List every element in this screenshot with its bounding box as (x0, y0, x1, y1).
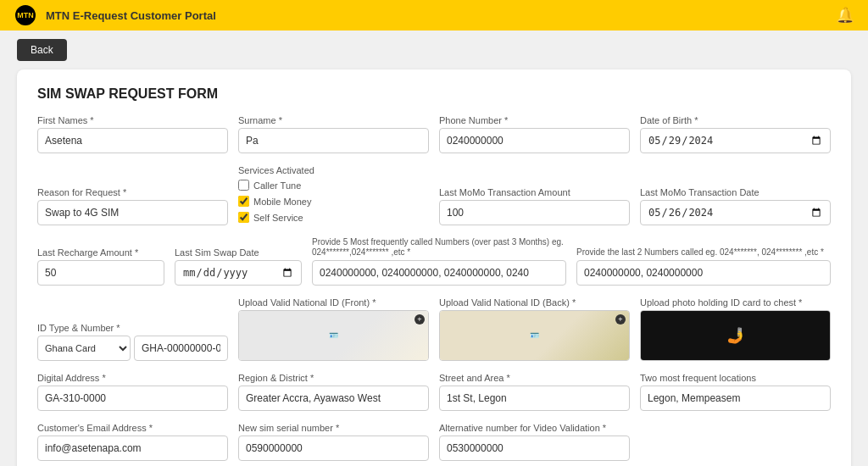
upload-back-dot (615, 314, 626, 325)
services-group: Services Activated Caller Tune Mobile Mo… (238, 165, 429, 225)
mobile-money-checkbox[interactable] (238, 196, 249, 207)
holding-icon: 🤳 (726, 326, 745, 345)
dob-label: Date of Birth * (640, 115, 831, 125)
last-2-numbers-input[interactable] (576, 260, 831, 286)
locations-input[interactable] (640, 386, 831, 411)
surname-group: Surname * (238, 115, 429, 153)
caller-tune-item[interactable]: Caller Tune (238, 180, 429, 191)
row-id: ID Type & Number * Ghana Card Passport V… (37, 297, 831, 361)
momo-amount-input[interactable] (439, 200, 630, 225)
upload-holding-group: Upload photo holding ID card to chest * … (640, 297, 831, 361)
phone-input[interactable] (439, 128, 630, 153)
digital-address-input[interactable] (37, 386, 228, 411)
reason-label: Reason for Request * (37, 187, 228, 197)
surname-input[interactable] (238, 128, 429, 153)
id-type-select[interactable]: Ghana Card Passport Voter ID (37, 336, 131, 361)
id-front-icon: 🪪 (329, 331, 338, 340)
row-recharge: Last Recharge Amount * Last Sim Swap Dat… (37, 237, 831, 286)
nav-brand: MTN MTN E-Request Customer Portal (14, 3, 216, 27)
region-group: Region & District * (238, 373, 429, 411)
form-card: SIM SWAP REQUEST FORM First Names * Surn… (17, 69, 851, 466)
id-type-group: ID Type & Number * Ghana Card Passport V… (37, 323, 228, 361)
locations-group: Two most frequent locations (640, 373, 831, 411)
reason-input[interactable] (37, 200, 228, 225)
locations-label: Two most frequent locations (640, 373, 831, 383)
first-names-label: First Names * (37, 115, 228, 125)
surname-label: Surname * (238, 115, 429, 125)
upload-back-box[interactable]: 🪪 (439, 310, 630, 361)
recharge-group: Last Recharge Amount * (37, 247, 164, 286)
reason-group: Reason for Request * (37, 187, 228, 225)
email-group: Customer's Email Address * (37, 423, 228, 461)
momo-date-group: Last MoMo Transaction Date (640, 187, 831, 225)
services-checkboxes: Caller Tune Mobile Money Self Service (238, 178, 429, 225)
upload-front-box[interactable]: 🪪 (238, 310, 429, 361)
services-label: Services Activated (238, 165, 429, 175)
upload-holding-label: Upload photo holding ID card to chest * (640, 297, 831, 308)
momo-date-input[interactable] (640, 200, 831, 225)
upload-back-group: Upload Valid National ID (Back) * 🪪 (439, 297, 630, 361)
nav-title: MTN E-Request Customer Portal (46, 9, 216, 22)
frequently-called-input[interactable] (312, 260, 566, 286)
region-label: Region & District * (238, 373, 429, 383)
row-email: Customer's Email Address * New sim seria… (37, 423, 831, 461)
first-names-input[interactable] (37, 128, 228, 153)
recharge-label: Last Recharge Amount * (37, 247, 164, 258)
back-button[interactable]: Back (17, 39, 67, 61)
momo-amount-group: Last MoMo Transaction Amount (439, 187, 630, 225)
caller-tune-checkbox[interactable] (238, 180, 249, 191)
form-title: SIM SWAP REQUEST FORM (37, 86, 831, 102)
alt-number-label: Alternative number for Video Validation … (439, 423, 630, 433)
last-2-numbers-label: Provide the last 2 Numbers called eg. 02… (576, 247, 831, 258)
email-input[interactable] (37, 435, 228, 461)
alt-number-input[interactable] (439, 435, 630, 461)
phone-group: Phone Number * (439, 115, 630, 153)
momo-amount-label: Last MoMo Transaction Amount (439, 187, 630, 197)
dob-input[interactable] (640, 128, 831, 153)
upload-front-label: Upload Valid National ID (Front) * (238, 297, 429, 308)
region-input[interactable] (238, 386, 429, 411)
mobile-money-label: Mobile Money (253, 197, 311, 207)
id-number-input[interactable] (134, 336, 228, 361)
frequently-called-group: Provide 5 Most frequently called Numbers… (312, 237, 566, 286)
bell-icon: 🔔 (836, 6, 854, 25)
row-address: Digital Address * Region & District * St… (37, 373, 831, 411)
frequently-called-label: Provide 5 Most frequently called Numbers… (312, 237, 566, 258)
new-sim-serial-input[interactable] (238, 435, 429, 461)
self-service-checkbox[interactable] (238, 212, 249, 223)
self-service-label: Self Service (253, 213, 303, 223)
new-sim-serial-group: New sim serial number * (238, 423, 429, 461)
id-front-preview: 🪪 (239, 311, 428, 360)
id-input-group: Ghana Card Passport Voter ID (37, 336, 228, 361)
last-2-numbers-group: Provide the last 2 Numbers called eg. 02… (576, 247, 831, 286)
last-sim-swap-group: Last Sim Swap Date (175, 247, 302, 286)
last-sim-swap-input[interactable] (175, 260, 302, 286)
mtn-logo: MTN (14, 3, 37, 27)
upload-back-label: Upload Valid National ID (Back) * (439, 297, 630, 308)
last-sim-swap-label: Last Sim Swap Date (175, 247, 302, 258)
row-personal: First Names * Surname * Phone Number * D… (37, 115, 831, 153)
new-sim-serial-label: New sim serial number * (238, 423, 429, 433)
street-group: Street and Area * (439, 373, 630, 411)
row-reason: Reason for Request * Services Activated … (37, 165, 831, 225)
street-input[interactable] (439, 386, 630, 411)
digital-address-group: Digital Address * (37, 373, 228, 411)
digital-address-label: Digital Address * (37, 373, 228, 383)
street-label: Street and Area * (439, 373, 630, 383)
phone-label: Phone Number * (439, 115, 630, 125)
recharge-input[interactable] (37, 260, 164, 286)
momo-date-label: Last MoMo Transaction Date (640, 187, 831, 197)
mobile-money-item[interactable]: Mobile Money (238, 196, 429, 207)
caller-tune-label: Caller Tune (253, 180, 301, 191)
upload-front-group: Upload Valid National ID (Front) * 🪪 (238, 297, 429, 361)
self-service-item[interactable]: Self Service (238, 212, 429, 223)
upload-holding-box[interactable]: 🤳 (640, 310, 831, 361)
id-holding-preview: 🤳 (641, 311, 830, 360)
id-type-label: ID Type & Number * (37, 323, 228, 333)
id-back-icon: 🪪 (530, 331, 539, 340)
id-back-preview: 🪪 (440, 311, 629, 360)
first-names-group: First Names * (37, 115, 228, 153)
top-nav: MTN MTN E-Request Customer Portal 🔔 (0, 0, 868, 31)
dob-group: Date of Birth * (640, 115, 831, 153)
alt-number-group: Alternative number for Video Validation … (439, 423, 630, 461)
